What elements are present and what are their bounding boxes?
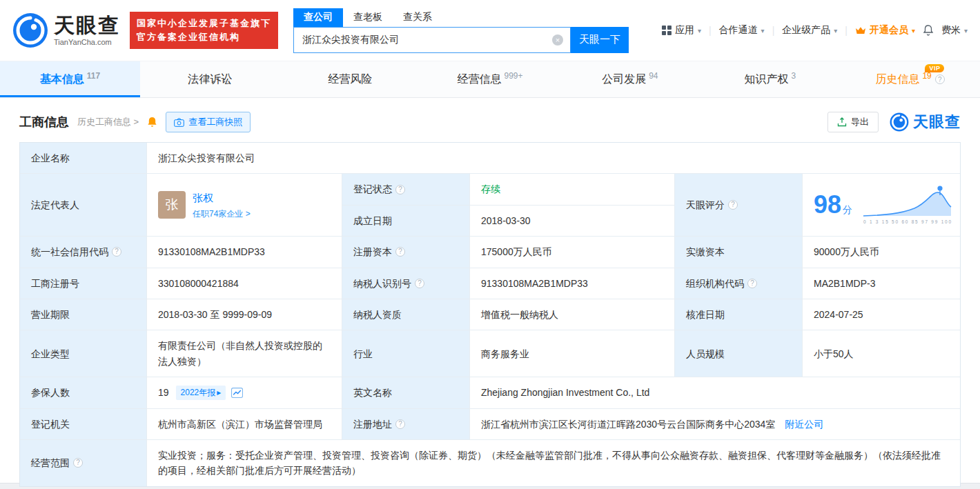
trend-chart-icon <box>231 388 243 398</box>
taxpayer-id-label-text: 纳税人识别号 <box>353 276 411 291</box>
export-button-label: 导出 <box>851 116 869 128</box>
score-curve-chart[interactable]: 0 1 3 15 50 60 85 97 99 100 <box>862 184 953 226</box>
chevron-down-icon: ▾ <box>912 27 915 34</box>
table-row: 统一社会信用代码 ? 91330108MA2B1MDP33 注册资本 ? 175… <box>20 236 960 267</box>
help-icon[interactable]: ? <box>395 247 405 257</box>
help-icon[interactable]: ? <box>73 458 83 468</box>
logo-subtitle: TianYanCha.com <box>54 38 120 46</box>
nav-apps-label: 应用 <box>675 24 694 37</box>
search-button[interactable]: 天眼一下 <box>571 27 629 53</box>
establish-date-value: 2018-03-30 <box>469 206 674 236</box>
business-scope-label-text: 经营范围 <box>31 455 70 470</box>
nav-user-menu[interactable]: 费米 ▾ <box>941 24 968 37</box>
nearby-companies-link[interactable]: 附近公司 <box>785 417 823 432</box>
english-name-label: 英文名称 <box>342 377 469 408</box>
badge-line-1: 国家中小企业发展子基金旗下 <box>137 17 271 30</box>
legal-rep-name-link[interactable]: 张权 <box>193 190 251 206</box>
tab-label: 公司发展 <box>602 72 646 87</box>
alert-bell-icon[interactable] <box>147 117 157 128</box>
legal-rep-label: 法定代表人 <box>20 174 146 236</box>
paid-capital-label: 实缴资本 <box>674 237 802 267</box>
help-icon[interactable]: ? <box>728 200 738 210</box>
reg-capital-label: 注册资本 ? <box>342 237 469 267</box>
staff-size-value: 小于50人 <box>802 330 960 377</box>
tab-intellectual-property[interactable]: 知识产权 3 <box>700 61 840 97</box>
nav-enterprise-products[interactable]: 企业级产品 ▾ <box>782 24 837 37</box>
score-number-group: 98分 <box>814 192 852 217</box>
insured-trend-button[interactable] <box>231 388 243 398</box>
reg-status-value: 存续 <box>469 174 674 204</box>
tab-count: 3 <box>791 71 796 81</box>
reg-number-value: 330108000421884 <box>146 268 342 299</box>
annual-report-tag-label: 2022年报 <box>181 386 216 399</box>
business-scope-label: 经营范围 ? <box>20 440 146 486</box>
bell-icon <box>923 24 934 37</box>
nav-user-name: 费米 <box>941 24 961 37</box>
nav-notifications[interactable] <box>923 24 934 37</box>
chevron-down-icon: ▾ <box>698 27 701 34</box>
watermark-text: 天眼查 <box>913 112 961 132</box>
annual-report-tag[interactable]: 2022年报 ▸ <box>176 386 226 400</box>
tianyancha-logo[interactable]: 天眼查 TianYanCha.com <box>12 12 120 48</box>
nav-enterprise-products-label: 企业级产品 <box>782 24 830 37</box>
top-header: 天眼查 TianYanCha.com 国家中小企业发展子基金旗下 官方备案企业征… <box>0 0 980 61</box>
search-tab-company[interactable]: 查公司 <box>293 8 343 27</box>
nav-open-vip[interactable]: 开通会员 ▾ <box>855 24 915 37</box>
legal-rep-avatar[interactable]: 张 <box>158 191 186 219</box>
legal-rep-jobs-link[interactable]: 任职74家企业 > <box>193 208 251 221</box>
nav-cooperation[interactable]: 合作通道 ▾ <box>719 24 765 37</box>
table-row: 工商注册号 330108000421884 纳税人识别号 ? 91330108M… <box>20 268 960 299</box>
company-tabbar: 基本信息 117 法律诉讼 经营风险 经营信息 999+ 公司发展 94 知识产… <box>0 61 980 98</box>
status-date-subcolumn: 登记状态 ? 存续 成立日期 2018-03-30 <box>342 174 674 236</box>
apps-grid-icon <box>662 26 672 35</box>
tab-operating-info[interactable]: 经营信息 999+ <box>420 61 560 97</box>
approve-date-label: 核准日期 <box>674 299 802 330</box>
help-icon[interactable]: ? <box>935 74 945 84</box>
table-row: 法定代表人 张 张权 任职74家企业 > 登记状态 ? 存续 <box>20 173 960 236</box>
chevron-down-icon: ▾ <box>964 27 968 34</box>
score-value: 98分 0 1 3 15 50 60 85 97 99 100 <box>802 174 960 236</box>
score-marker-pin <box>937 186 942 191</box>
help-icon[interactable]: ? <box>395 185 405 194</box>
insured-count-number: 19 <box>158 385 169 400</box>
tab-label: 知识产权 <box>744 72 788 87</box>
taxpayer-id-value: 91330108MA2B1MDP33 <box>469 268 674 299</box>
company-name-value: 浙江众尖投资有限公司 <box>146 143 960 173</box>
tab-count: 19 <box>922 71 931 81</box>
search-input[interactable] <box>294 34 552 46</box>
search-tab-relation[interactable]: 查关系 <box>393 8 442 27</box>
credit-code-label-text: 统一社会信用代码 <box>31 244 108 259</box>
help-icon[interactable]: ? <box>112 247 121 257</box>
org-code-value: MA2B1MDP-3 <box>802 268 960 299</box>
score-axis-ticks: 0 1 3 15 50 60 85 97 99 100 <box>863 219 951 224</box>
tab-company-development[interactable]: 公司发展 94 <box>560 61 700 97</box>
tab-basic-info[interactable]: 基本信息 117 <box>0 61 140 97</box>
tab-operating-risk[interactable]: 经营风险 <box>280 61 420 97</box>
camera-icon <box>174 118 184 127</box>
table-row: 参保人数 19 2022年报 ▸ 英文名称 Zhejiang Zhongjian… <box>20 377 960 408</box>
help-icon[interactable]: ? <box>747 279 757 288</box>
page: 天眼查 TianYanCha.com 国家中小企业发展子基金旗下 官方备案企业征… <box>0 0 980 483</box>
export-button[interactable]: 导出 <box>827 112 879 132</box>
help-icon[interactable]: ? <box>415 279 424 288</box>
clear-search-icon[interactable]: × <box>552 34 563 46</box>
search-tab-boss[interactable]: 查老板 <box>343 8 393 27</box>
help-icon[interactable]: ? <box>395 419 405 429</box>
reg-status-label-text: 登记状态 <box>353 181 392 197</box>
history-business-info-link[interactable]: 历史工商信息 > <box>77 116 139 128</box>
nav-apps[interactable]: 应用 ▾ <box>662 24 701 37</box>
insured-count-value: 19 2022年报 ▸ <box>146 377 342 408</box>
reg-capital-label-text: 注册资本 <box>353 244 392 259</box>
tab-count-wrap: VIP 19 <box>919 74 931 84</box>
tab-count: 999+ <box>504 71 522 81</box>
tab-count: 117 <box>87 71 100 81</box>
business-term-value: 2018-03-30 至 9999-09-09 <box>146 299 342 330</box>
table-subrow: 成立日期 2018-03-30 <box>342 205 674 236</box>
paid-capital-value: 90000万人民币 <box>802 237 960 267</box>
tab-legal-litigation[interactable]: 法律诉讼 <box>140 61 280 97</box>
view-business-snapshot-button[interactable]: 查看工商快照 <box>166 112 251 132</box>
reg-status-text: 存续 <box>481 181 500 197</box>
tab-history-info[interactable]: 历史信息 VIP 19 ? <box>840 61 980 97</box>
business-info-table: 企业名称 浙江众尖投资有限公司 法定代表人 张 张权 任职74家企业 > 登记状… <box>19 142 961 487</box>
chevron-down-icon: ▾ <box>761 27 765 34</box>
